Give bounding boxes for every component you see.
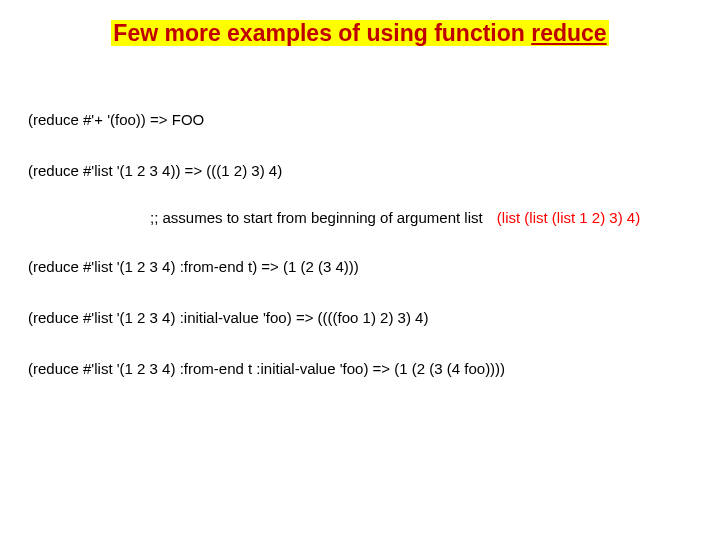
title-underlined: reduce: [531, 20, 606, 46]
code-line-2: (reduce #'list '(1 2 3 4)) => (((1 2) 3)…: [28, 160, 692, 181]
code-line-3: (reduce #'list '(1 2 3 4) :from-end t) =…: [28, 256, 692, 277]
code-line-5: (reduce #'list '(1 2 3 4) :from-end t :i…: [28, 358, 692, 379]
slide-title-wrap: Few more examples of using function redu…: [0, 0, 720, 49]
comment-line: ;; assumes to start from beginning of ar…: [28, 209, 692, 226]
title-prefix: Few more examples of using function: [113, 20, 531, 46]
content-area: (reduce #'+ '(foo)) => FOO (reduce #'lis…: [0, 49, 720, 379]
code-line-4: (reduce #'list '(1 2 3 4) :initial-value…: [28, 307, 692, 328]
slide-title: Few more examples of using function redu…: [111, 20, 608, 46]
comment-expansion: (list (list (list 1 2) 3) 4): [497, 209, 640, 226]
code-line-1: (reduce #'+ '(foo)) => FOO: [28, 109, 692, 130]
comment-text: ;; assumes to start from beginning of ar…: [150, 209, 483, 226]
